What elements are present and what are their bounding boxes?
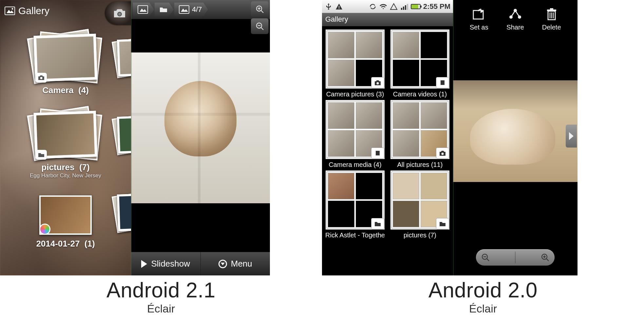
album-name: Camera	[42, 85, 73, 95]
zoom-in-button[interactable]	[251, 1, 269, 17]
album-grid: Camera pictures (3) Camera videos (1) Ca…	[322, 26, 453, 275]
svg-rect-26	[445, 80, 445, 85]
picture-icon	[5, 7, 15, 15]
album-stacks: Camera (4) pictures	[0, 22, 131, 249]
svg-rect-19	[401, 8, 402, 10]
menu-button[interactable]: Menu	[200, 252, 270, 275]
a20-gallery-screen: 2:55 PM Gallery Camera pictures (3)	[322, 0, 453, 275]
camera-icon	[436, 148, 449, 159]
svg-point-5	[40, 77, 43, 79]
album-count: (7)	[79, 162, 90, 172]
next-photo-button[interactable]	[566, 125, 577, 148]
counter-text: 4/7	[192, 5, 202, 14]
album-count: (1)	[85, 239, 95, 249]
svg-line-42	[487, 259, 489, 261]
svg-rect-6	[138, 6, 148, 13]
folder-icon	[36, 150, 47, 160]
album-rick[interactable]: Rick Astlet - Togethe	[325, 171, 386, 239]
set-as-icon	[470, 6, 488, 22]
android-2-0-panel: 2:55 PM Gallery Camera pictures (3)	[322, 0, 644, 321]
share-label: Share	[501, 24, 530, 31]
svg-rect-25	[440, 80, 441, 85]
crumb-counter[interactable]: 4/7	[174, 3, 208, 16]
trash-icon	[542, 6, 561, 22]
svg-rect-22	[407, 4, 408, 10]
slider-divider	[515, 251, 516, 263]
album-camera-pictures[interactable]: Camera pictures (3)	[325, 30, 386, 98]
play-icon	[141, 260, 147, 268]
gallery-title: Gallery	[5, 5, 49, 16]
a20-photo-viewer: Set as Share Delete	[453, 0, 578, 275]
album-label: Rick Astlet - Togethe	[325, 231, 386, 239]
gallery-title-text: Gallery	[18, 5, 49, 16]
album-pictures-folder[interactable]: pictures (7)	[389, 171, 450, 239]
gallery-title-text: Gallery	[325, 15, 348, 23]
camera-button[interactable]	[105, 1, 131, 25]
svg-marker-9	[181, 9, 188, 12]
svg-rect-0	[5, 7, 15, 15]
svg-point-4	[118, 13, 121, 15]
action-bar: Set as Share Delete	[453, 0, 578, 36]
svg-rect-8	[179, 6, 189, 13]
share-button[interactable]: Share	[501, 6, 530, 31]
album-camera-videos[interactable]: Camera videos (1)	[389, 30, 450, 98]
svg-line-11	[261, 10, 263, 13]
caption-title: Android 2.1	[0, 278, 322, 302]
zoom-out-button[interactable]	[251, 18, 269, 34]
slideshow-button[interactable]: Slideshow	[131, 252, 200, 275]
caption-right: Android 2.0 Éclair	[322, 275, 644, 321]
camera-icon	[371, 77, 384, 88]
svg-rect-36	[547, 10, 556, 11]
set-as-button[interactable]: Set as	[464, 6, 494, 31]
android-2-1-panel: Gallery	[0, 0, 322, 321]
svg-rect-28	[375, 151, 376, 155]
status-bar: 2:55 PM	[322, 0, 453, 13]
delete-button[interactable]: Delete	[537, 6, 566, 31]
caption-left: Android 2.1 Éclair	[0, 275, 322, 321]
caption-title: Android 2.0	[322, 278, 644, 302]
svg-marker-7	[140, 9, 147, 12]
share-icon	[506, 6, 524, 22]
signal-icon	[400, 3, 408, 10]
svg-rect-20	[403, 7, 404, 10]
svg-rect-21	[405, 5, 406, 10]
picture-icon	[179, 5, 189, 14]
svg-rect-29	[380, 151, 381, 155]
delete-label: Delete	[537, 24, 566, 31]
photo-content[interactable]	[131, 52, 270, 203]
crumb-gallery[interactable]	[133, 3, 154, 16]
photo-content[interactable]	[453, 80, 578, 182]
zoom-slider[interactable]	[476, 249, 555, 266]
camera-icon	[36, 73, 47, 83]
set-as-label: Set as	[464, 24, 494, 31]
menu-label: Menu	[231, 259, 252, 269]
picasa-icon	[39, 224, 50, 235]
album-pictures[interactable]: pictures (7) Egg Harbor City, New Jersey	[25, 112, 106, 179]
breadcrumb-bar: 4/7	[131, 0, 270, 19]
svg-point-2	[12, 8, 13, 10]
sync-icon	[369, 3, 377, 10]
album-name: pictures	[41, 162, 74, 172]
caption-sub: Éclair	[0, 302, 322, 315]
wifi-icon	[379, 3, 387, 10]
crumb-folder[interactable]	[155, 3, 174, 16]
zoom-out-icon	[481, 253, 490, 262]
album-label: Camera media (4)	[325, 161, 386, 169]
menu-icon	[218, 260, 227, 268]
roaming-icon	[390, 3, 398, 10]
svg-line-15	[261, 28, 263, 30]
svg-point-23	[377, 82, 379, 85]
album-count: (4)	[78, 85, 89, 95]
album-dated[interactable]: 2014-01-27 (1)	[25, 195, 106, 249]
album-all-pictures[interactable]: All pictures (11)	[389, 100, 450, 169]
album-camera-media[interactable]: Camera media (4)	[325, 100, 386, 169]
svg-rect-37	[550, 8, 553, 10]
viewer-bottom-bar: Slideshow Menu	[131, 252, 270, 275]
album-label: All pictures (11)	[389, 161, 450, 169]
album-camera[interactable]: Camera (4)	[25, 35, 106, 95]
svg-point-30	[442, 153, 444, 155]
a21-topbar: Gallery	[0, 0, 131, 22]
folder-icon	[371, 218, 384, 229]
album-sub: Egg Harbor City, New Jersey	[25, 172, 106, 179]
folder-icon	[436, 218, 449, 229]
